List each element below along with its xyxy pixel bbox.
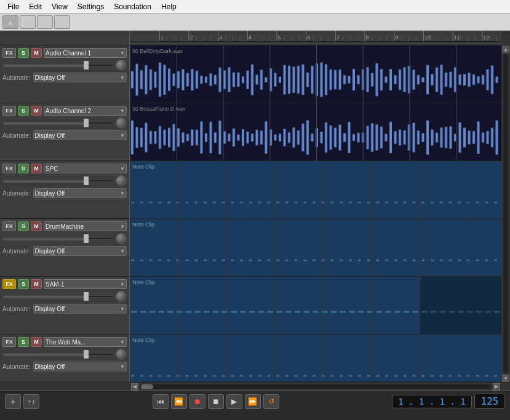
fx-button-2[interactable]: FX <box>2 106 16 116</box>
fx-button-3[interactable]: FX <box>2 164 16 173</box>
fast-forward-button[interactable]: ⏩ <box>245 394 261 409</box>
track-header-2: FXSMAudio Channel 2▼Automate:Display Off… <box>0 103 130 160</box>
track-name-6[interactable]: The Wub Ma...▼ <box>44 337 127 347</box>
hscroll-right[interactable]: ▶ <box>493 383 500 390</box>
track-header-3: FXSMSPC▼Automate:Display Off▼ <box>0 161 130 218</box>
volume-row-4 <box>2 233 127 244</box>
track-area: FXSMAudio Channel 1▼Automate:Display Off… <box>0 46 510 382</box>
menu-settings[interactable]: Settings <box>73 1 109 12</box>
bpm-display: 125 <box>474 394 505 409</box>
volume-row-5 <box>2 291 127 302</box>
tool-erase[interactable]: ⊡ <box>37 15 53 29</box>
mute-button-6[interactable]: M <box>31 337 42 347</box>
track-row-5: FXSMSAM-1▼Automate:Display Off▼ <box>0 277 501 335</box>
track-content-5 <box>130 277 501 334</box>
volume-row-3 <box>2 175 127 186</box>
vertical-scrollbar[interactable]: ▲ ▼ <box>501 46 510 382</box>
track-header-6: FXSMThe Wub Ma...▼Automate:Display Off▼ <box>0 335 130 382</box>
hscroll-left[interactable]: ◀ <box>131 383 138 390</box>
automate-row-1: Automate:Display Off▼ <box>2 73 127 82</box>
loop-button[interactable]: ↺ <box>263 394 279 409</box>
automate-row-5: Automate:Display Off▼ <box>2 304 127 314</box>
menu-soundation[interactable]: Soundation <box>109 1 156 12</box>
pan-knob-6[interactable] <box>116 349 127 360</box>
automate-label-2: Automate: <box>2 132 31 139</box>
automate-label-6: Automate: <box>2 363 31 370</box>
automate-row-4: Automate:Display Off▼ <box>2 246 127 256</box>
transport-bar: + +♪ ⏮ ⏪ ⏺ ⏹ ▶ ⏩ ↺ 1 . 1 . 1 . 1 125 <box>0 390 510 411</box>
automate-select-5[interactable]: Display Off▼ <box>33 304 127 314</box>
track-content-2 <box>130 103 501 160</box>
pan-knob-1[interactable] <box>116 60 127 71</box>
hscroll-track[interactable] <box>140 384 492 389</box>
volume-row-2 <box>2 117 127 129</box>
mute-button-5[interactable]: M <box>31 279 42 289</box>
automate-label-4: Automate: <box>2 248 31 255</box>
automate-select-1[interactable]: Display Off▼ <box>33 73 127 82</box>
track-header-4: FXSMDrumMachine▼Automate:Display Off▼ <box>0 219 130 276</box>
track-content-6 <box>130 335 501 382</box>
stop-button[interactable]: ⏹ <box>208 394 224 409</box>
record-button[interactable]: ⏺ <box>189 394 205 409</box>
tool-label[interactable]: ⊟ <box>54 15 70 29</box>
track-row-6: FXSMThe Wub Ma...▼Automate:Display Off▼ <box>0 335 501 382</box>
add-midi-track-button[interactable]: +♪ <box>23 394 39 409</box>
track-canvas-1 <box>130 46 501 103</box>
solo-button-5[interactable]: S <box>18 279 29 289</box>
track-name-3[interactable]: SPC▼ <box>44 164 127 173</box>
automate-select-6[interactable]: Display Off▼ <box>33 362 127 371</box>
menu-view[interactable]: View <box>47 1 73 12</box>
play-button[interactable]: ▶ <box>226 394 242 409</box>
solo-button-6[interactable]: S <box>18 337 29 347</box>
track-canvas-5 <box>130 277 501 334</box>
fx-button-4[interactable]: FX <box>2 221 16 231</box>
track-name-1[interactable]: Audio Channel 1▼ <box>44 48 127 58</box>
pan-knob-2[interactable] <box>116 117 127 129</box>
track-canvas-4 <box>130 219 501 276</box>
menu-help[interactable]: Help <box>156 1 181 12</box>
fx-button-6[interactable]: FX <box>2 337 16 347</box>
main-area: FXSMAudio Channel 1▼Automate:Display Off… <box>0 31 510 390</box>
track-row-4: FXSMDrumMachine▼Automate:Display Off▼ <box>0 219 501 277</box>
mute-button-3[interactable]: M <box>31 164 42 173</box>
mute-button-2[interactable]: M <box>31 106 42 116</box>
track-name-2[interactable]: Audio Channel 2▼ <box>44 106 127 116</box>
automate-row-3: Automate:Display Off▼ <box>2 188 127 198</box>
pan-knob-4[interactable] <box>116 233 127 244</box>
solo-button-4[interactable]: S <box>18 221 29 231</box>
tracks-container: FXSMAudio Channel 1▼Automate:Display Off… <box>0 46 501 382</box>
menu-edit[interactable]: Edit <box>24 1 47 12</box>
solo-button-3[interactable]: S <box>18 164 29 173</box>
pan-knob-3[interactable] <box>116 175 127 186</box>
rewind-button[interactable]: ⏪ <box>171 394 187 409</box>
menu-bar: File Edit View Settings Soundation Help <box>0 0 510 14</box>
mute-button-1[interactable]: M <box>31 48 42 58</box>
mute-button-4[interactable]: M <box>31 221 42 231</box>
hscroll-thumb[interactable] <box>141 384 153 389</box>
track-content-3 <box>130 161 501 218</box>
fx-button-1[interactable]: FX <box>2 48 16 58</box>
add-audio-track-button[interactable]: + <box>5 394 21 409</box>
solo-button-2[interactable]: S <box>18 106 29 116</box>
vscroll-up[interactable]: ▲ <box>502 46 509 53</box>
track-name-5[interactable]: SAM-1▼ <box>44 279 127 289</box>
vscroll-down[interactable]: ▼ <box>502 374 509 382</box>
tool-draw[interactable]: ✎ <box>20 15 36 29</box>
fx-button-5[interactable]: FX <box>2 279 16 289</box>
automate-select-2[interactable]: Display Off▼ <box>33 130 127 140</box>
vscroll-track[interactable] <box>503 54 508 373</box>
automate-select-4[interactable]: Display Off▼ <box>33 246 127 256</box>
track-canvas-2 <box>130 103 501 160</box>
menu-file[interactable]: File <box>2 1 24 12</box>
track-content-1 <box>130 46 501 103</box>
pan-knob-5[interactable] <box>116 291 127 302</box>
tool-select[interactable]: ▲ <box>2 15 18 29</box>
rewind-start-button[interactable]: ⏮ <box>153 394 169 409</box>
automate-select-3[interactable]: Display Off▼ <box>33 188 127 198</box>
all-tracks: FXSMAudio Channel 1▼Automate:Display Off… <box>0 46 501 382</box>
automate-label-3: Automate: <box>2 190 31 197</box>
solo-button-1[interactable]: S <box>18 48 29 58</box>
track-name-4[interactable]: DrumMachine▼ <box>44 221 127 231</box>
volume-row-6 <box>2 349 127 360</box>
automate-row-6: Automate:Display Off▼ <box>2 362 127 371</box>
